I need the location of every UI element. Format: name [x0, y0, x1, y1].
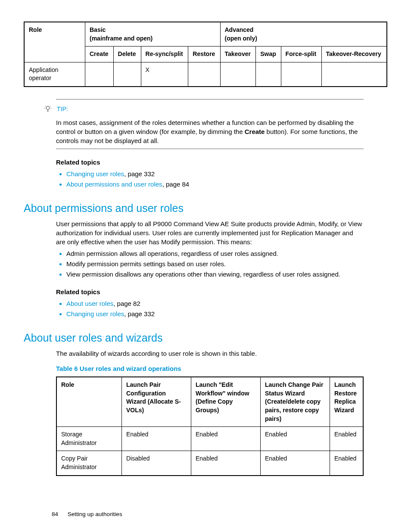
role-operations-table: Role Basic (mainframe and open) Advanced…	[24, 22, 387, 87]
page-number: 84	[52, 510, 58, 519]
col-restore: Restore	[188, 47, 220, 62]
col-role: Role	[24, 22, 85, 62]
col-takeoverrec: Takeover-Recovery	[321, 47, 387, 62]
col-swap: Swap	[256, 47, 281, 62]
col-basic: Basic (mainframe and open)	[85, 22, 221, 47]
lightbulb-icon	[44, 105, 52, 115]
col-launch-change: Launch Change Pair Status Wizard (Create…	[261, 377, 330, 426]
heading-about-wizards: About user roles and wizards	[24, 330, 387, 345]
col-advanced: Advanced (open only)	[220, 22, 387, 47]
link-about-user-roles[interactable]: About user roles	[66, 300, 113, 307]
col-delete: Delete	[113, 47, 141, 62]
page-footer: 84 Setting up authorities	[24, 510, 387, 519]
link-about-permissions[interactable]: About permissions and user roles	[66, 180, 162, 188]
section-paragraph: The availability of wizards according to…	[56, 349, 364, 358]
link-changing-user-roles[interactable]: Changing user roles	[66, 310, 124, 317]
link-changing-user-roles[interactable]: Changing user roles	[66, 170, 124, 177]
permission-list: Admin permission allows all operations, …	[56, 249, 364, 279]
footer-section-title: Setting up authorities	[68, 511, 122, 517]
tip-label: TIP:	[57, 106, 68, 112]
related-topics-list: Changing user roles, page 332 About perm…	[56, 169, 364, 189]
list-item: About user roles, page 82	[66, 299, 364, 308]
tip-callout: TIP: In most cases, assignment of the ro…	[56, 99, 364, 149]
col-role: Role	[56, 377, 122, 426]
col-takeover: Takeover	[220, 47, 256, 62]
table-row: Application operator X	[24, 62, 387, 87]
col-create: Create	[85, 47, 114, 62]
list-item: View permission disallows any operations…	[66, 270, 364, 279]
heading-about-permissions: About permissions and user roles	[24, 201, 387, 216]
wizard-operations-table: Role Launch Pair Configuration Wizard (A…	[56, 376, 364, 476]
col-launch-restore: Launch Restore Replica Wizard	[330, 377, 364, 426]
list-item: About permissions and user roles, page 8…	[66, 180, 364, 189]
col-resync: Re-sync/split	[141, 47, 188, 62]
svg-point-0	[46, 106, 50, 110]
table-row: Storage Administrator Enabled Enabled En…	[56, 427, 363, 451]
col-forcesplit: Force-split	[281, 47, 321, 62]
related-topics-heading: Related topics	[56, 158, 364, 167]
col-launch-pair: Launch Pair Configuration Wizard (Alloca…	[122, 377, 191, 426]
list-item: Modify permission permits settings based…	[66, 259, 364, 268]
col-launch-edit: Launch "Edit Workflow" window (Define Co…	[191, 377, 261, 426]
list-item: Admin permission allows all operations, …	[66, 249, 364, 258]
related-topics-heading: Related topics	[56, 287, 364, 296]
table-row: Copy Pair Administrator Disabled Enabled…	[56, 451, 363, 476]
table-caption: Table 6 User roles and wizard operations	[56, 364, 364, 373]
section-paragraph: User permissions that apply to all P9000…	[56, 219, 364, 246]
tip-text: In most cases, assignment of the roles d…	[56, 118, 364, 145]
list-item: Changing user roles, page 332	[66, 309, 364, 318]
list-item: Changing user roles, page 332	[66, 169, 364, 178]
related-topics-list: About user roles, page 82 Changing user …	[56, 299, 364, 318]
